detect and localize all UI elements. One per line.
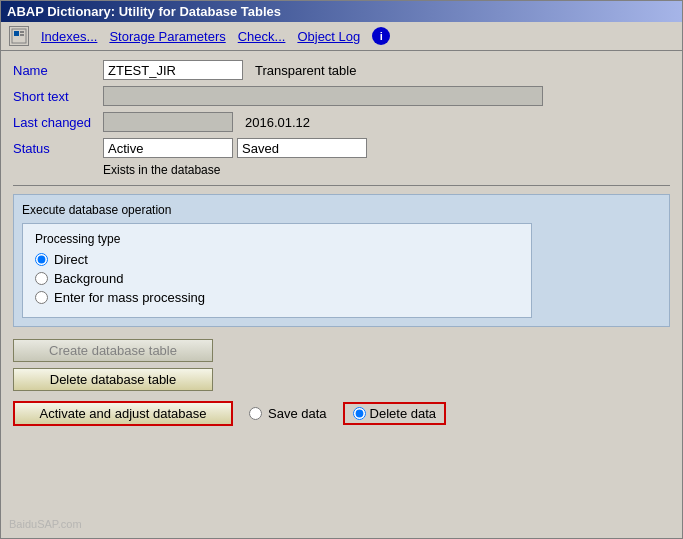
svg-rect-2 <box>20 31 24 33</box>
radio-mass[interactable] <box>35 291 48 304</box>
save-data-label: Save data <box>268 406 327 421</box>
name-label: Name <box>13 63 103 78</box>
svg-rect-3 <box>20 34 24 36</box>
check-button[interactable]: Check... <box>238 29 286 44</box>
status-active-input[interactable] <box>103 138 233 158</box>
toolbar-icon-main[interactable] <box>9 26 29 46</box>
delete-data-label: Delete data <box>370 406 437 421</box>
execute-title: Execute database operation <box>22 203 661 217</box>
last-changed-value: 2016.01.12 <box>245 115 310 130</box>
status-saved-input[interactable] <box>237 138 367 158</box>
short-text-label: Short text <box>13 89 103 104</box>
radio-background-label: Background <box>54 271 123 286</box>
create-db-table-button[interactable]: Create database table <box>13 339 213 362</box>
short-text-input[interactable] <box>103 86 543 106</box>
svg-rect-1 <box>14 31 19 36</box>
delete-db-table-button[interactable]: Delete database table <box>13 368 213 391</box>
radio-delete-data[interactable] <box>353 407 366 420</box>
radio-direct-label: Direct <box>54 252 88 267</box>
radio-mass-label: Enter for mass processing <box>54 290 205 305</box>
processing-type-title: Processing type <box>35 232 519 246</box>
info-icon[interactable]: i <box>372 27 390 45</box>
last-changed-label: Last changed <box>13 115 103 130</box>
table-type-value: Transparent table <box>255 63 356 78</box>
radio-save-data[interactable] <box>249 407 262 420</box>
indexes-button[interactable]: Indexes... <box>41 29 97 44</box>
object-log-button[interactable]: Object Log <box>297 29 360 44</box>
last-changed-input[interactable] <box>103 112 233 132</box>
storage-button[interactable]: Storage Parameters <box>109 29 225 44</box>
radio-background[interactable] <box>35 272 48 285</box>
status-label: Status <box>13 141 103 156</box>
divider <box>13 185 670 186</box>
window-title: ABAP Dictionary: Utility for Database Ta… <box>7 4 281 19</box>
radio-direct[interactable] <box>35 253 48 266</box>
watermark: BaiduSAP.com <box>9 518 82 530</box>
exists-text: Exists in the database <box>103 163 220 177</box>
activate-adjust-button[interactable]: Activate and adjust database <box>13 401 233 426</box>
name-input[interactable] <box>103 60 243 80</box>
